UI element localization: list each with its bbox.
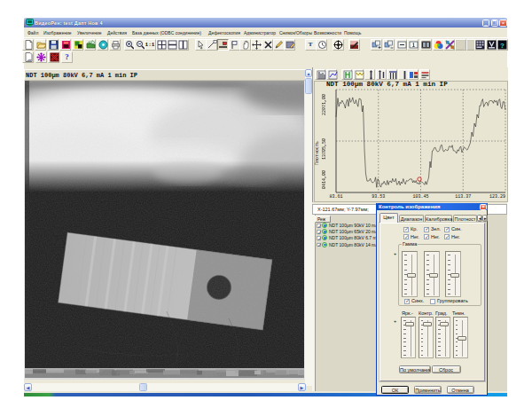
svg-text:?: ? (500, 42, 505, 50)
